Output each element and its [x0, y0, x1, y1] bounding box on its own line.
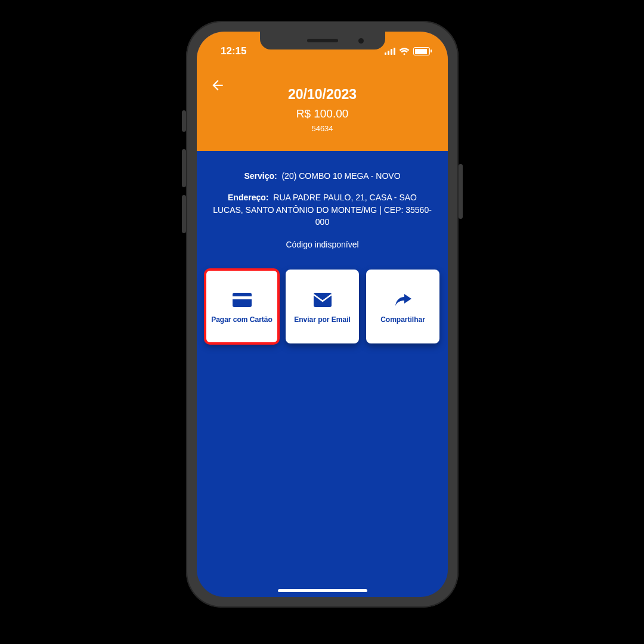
battery-icon — [413, 47, 430, 55]
notch — [260, 32, 385, 49]
arrow-left-icon — [210, 78, 225, 93]
phone-frame: 12:15 20/10/2023 R$ 100.00 54634 — [186, 21, 459, 608]
status-time: 12:15 — [221, 45, 246, 57]
invoice-amount: R$ 100.00 — [197, 107, 448, 120]
address-label: Endereço: — [228, 193, 268, 202]
pay-with-card-label: Pagar com Cartão — [211, 315, 273, 324]
home-indicator[interactable] — [278, 589, 367, 592]
share-label: Compartilhar — [380, 315, 425, 324]
share-icon — [394, 292, 412, 308]
barcode-status: Código indisponível — [212, 239, 432, 250]
credit-card-icon — [233, 293, 252, 307]
pay-with-card-button[interactable]: Pagar com Cartão — [205, 270, 278, 343]
power-button — [459, 164, 463, 219]
volume-down-button — [182, 195, 186, 233]
screen: 12:15 20/10/2023 R$ 100.00 54634 — [197, 32, 448, 597]
svg-rect-2 — [314, 293, 332, 307]
svg-rect-1 — [233, 296, 252, 299]
email-icon — [314, 293, 332, 307]
action-row: Pagar com Cartão Enviar por Email C — [197, 250, 448, 343]
send-email-button[interactable]: Enviar por Email — [286, 270, 359, 343]
share-button[interactable]: Compartilhar — [366, 270, 439, 343]
invoice-code: 54634 — [197, 124, 448, 133]
service-label: Serviço: — [244, 171, 277, 181]
cellular-signal-icon — [385, 48, 395, 55]
wifi-icon — [399, 48, 410, 55]
volume-up-button — [182, 149, 186, 187]
svg-rect-0 — [233, 293, 252, 307]
mute-switch — [182, 110, 186, 132]
invoice-details: Serviço: (20) COMBO 10 MEGA - NOVO Ender… — [197, 151, 448, 250]
service-value: (20) COMBO 10 MEGA - NOVO — [281, 171, 400, 181]
send-email-label: Enviar por Email — [294, 315, 351, 324]
back-button[interactable] — [209, 76, 227, 94]
invoice-date: 20/10/2023 — [197, 86, 448, 103]
